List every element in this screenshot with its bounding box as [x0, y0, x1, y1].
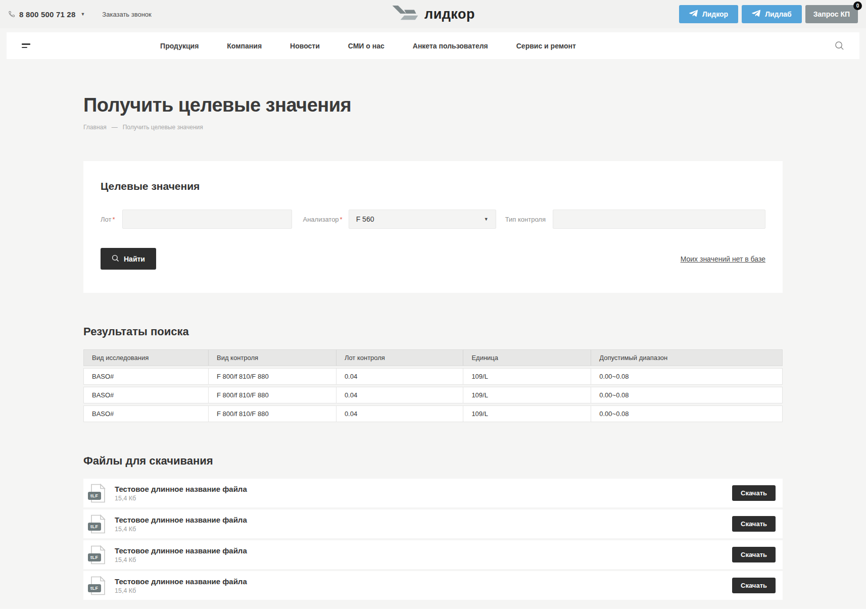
- table-row: BASO# F 800/f 810/F 880 0.04 109/L 0.00~…: [83, 387, 783, 403]
- column-header: Вид контроля: [208, 350, 336, 366]
- table-cell: F 800/f 810/F 880: [208, 369, 336, 384]
- list-item: tLF Тестовое длинное название файла 15,4…: [83, 540, 783, 569]
- footer-strip: [0, 609, 866, 616]
- table-cell: 0.04: [336, 387, 463, 403]
- telegram-lidkor-label: Лидкор: [702, 10, 728, 18]
- file-type-badge: tLF: [88, 553, 101, 561]
- phone-dropdown-caret[interactable]: ▼: [80, 12, 85, 17]
- telegram-lidkor-button[interactable]: Лидкор: [679, 5, 738, 23]
- file-icon: tLF: [90, 484, 106, 503]
- find-button-label: Найти: [124, 255, 145, 263]
- file-name: Тестовое длинное название файла: [115, 577, 247, 586]
- main-content: Получить целевые значения Главная — Полу…: [83, 94, 783, 600]
- page-title: Получить целевые значения: [83, 94, 783, 116]
- menu-burger-icon[interactable]: [22, 43, 31, 48]
- file-type-badge: tLF: [88, 584, 101, 592]
- kp-count-badge: 0: [853, 2, 862, 10]
- file-size: 15,4 Кб: [115, 556, 247, 563]
- phone-group: 8 800 500 71 28 ▼ Заказать звонок: [8, 10, 152, 19]
- file-name: Тестовое длинное название файла: [115, 546, 247, 555]
- list-item: tLF Тестовое длинное название файла 15,4…: [83, 571, 783, 600]
- nav-item-media[interactable]: СМИ о нас: [348, 42, 384, 50]
- nav-item-news[interactable]: Новости: [290, 42, 320, 50]
- file-meta: Тестовое длинное название файла 15,4 Кб: [115, 546, 247, 563]
- table-cell: F 800/f 810/F 880: [208, 387, 336, 403]
- file-type-badge: tLF: [88, 523, 101, 531]
- target-values-card: Целевые значения Лот* Анализатор* F 560 …: [83, 161, 783, 293]
- file-size: 15,4 Кб: [115, 587, 247, 594]
- nav-item-company[interactable]: Компания: [227, 42, 262, 50]
- table-cell: 0.04: [336, 406, 463, 422]
- request-kp-label: Запрос КП: [813, 10, 850, 18]
- file-size: 15,4 Кб: [115, 495, 247, 502]
- results-heading: Результаты поиска: [83, 325, 783, 338]
- phone-number[interactable]: 8 800 500 71 28: [19, 10, 75, 19]
- download-button[interactable]: Скачать: [732, 516, 776, 532]
- lot-input[interactable]: [122, 210, 292, 229]
- required-asterisk: *: [340, 216, 343, 223]
- table-cell: 0.00~0.08: [591, 406, 782, 422]
- download-button[interactable]: Скачать: [732, 485, 776, 501]
- search-icon[interactable]: [835, 41, 844, 50]
- nav-item-user-survey[interactable]: Анкета пользователя: [413, 42, 488, 50]
- column-header: Допустимый диапазон: [591, 350, 782, 366]
- column-header: Единица: [463, 350, 591, 366]
- file-meta: Тестовое длинное название файла 15,4 Кб: [115, 516, 247, 533]
- nav-items: Продукция Компания Новости СМИ о нас Анк…: [160, 42, 576, 50]
- breadcrumb: Главная — Получить целевые значения: [83, 124, 783, 131]
- file-name: Тестовое длинное название файла: [115, 485, 247, 493]
- request-kp-button[interactable]: Запрос КП 0: [805, 5, 858, 23]
- order-call-link[interactable]: Заказать звонок: [102, 11, 151, 18]
- table-cell: BASO#: [84, 369, 208, 384]
- main-navbar: Продукция Компания Новости СМИ о нас Анк…: [7, 32, 859, 59]
- download-button[interactable]: Скачать: [732, 547, 776, 562]
- required-asterisk: *: [112, 216, 115, 223]
- search-form-row: Лот* Анализатор* F 560 ▼ Тип контроля: [101, 210, 765, 229]
- nav-item-products[interactable]: Продукция: [160, 42, 199, 50]
- list-item: tLF Тестовое длинное название файла 15,4…: [83, 479, 783, 507]
- file-size: 15,4 Кб: [115, 526, 247, 533]
- file-icon: tLF: [90, 545, 106, 564]
- find-button[interactable]: Найти: [101, 248, 156, 270]
- chevron-down-icon: ▼: [484, 217, 489, 222]
- download-button[interactable]: Скачать: [732, 578, 776, 593]
- topbar: 8 800 500 71 28 ▼ Заказать звонок лидкор…: [0, 0, 866, 28]
- breadcrumb-home[interactable]: Главная: [83, 124, 107, 131]
- analyzer-label: Анализатор*: [303, 216, 343, 223]
- telegram-icon: [689, 10, 698, 19]
- card-heading: Целевые значения: [101, 180, 765, 192]
- table-cell: 0.04: [336, 369, 463, 384]
- table-cell: BASO#: [84, 387, 208, 403]
- results-table: Вид исследования Вид контроля Лот контро…: [83, 349, 783, 422]
- analyzer-selected-value: F 560: [356, 215, 374, 223]
- file-type-badge: tLF: [88, 492, 101, 500]
- nav-item-service[interactable]: Сервис и ремонт: [516, 42, 576, 50]
- breadcrumb-current: Получить целевые значения: [123, 124, 203, 131]
- telegram-icon: [752, 10, 760, 19]
- table-row: BASO# F 800/f 810/F 880 0.04 109/L 0.00~…: [83, 368, 783, 385]
- logo[interactable]: лидкор: [391, 5, 475, 23]
- file-meta: Тестовое длинное название файла 15,4 Кб: [115, 577, 247, 594]
- search-icon: [112, 254, 119, 264]
- lot-label: Лот*: [101, 216, 115, 223]
- file-icon: tLF: [90, 576, 106, 595]
- control-type-input[interactable]: [553, 210, 765, 229]
- table-header-row: Вид исследования Вид контроля Лот контро…: [83, 349, 783, 366]
- logo-text: лидкор: [424, 7, 475, 22]
- column-header: Лот контроля: [336, 350, 463, 366]
- telegram-lidlab-button[interactable]: Лидлаб: [742, 5, 802, 23]
- table-cell: F 800/f 810/F 880: [208, 406, 336, 422]
- telegram-lidlab-label: Лидлаб: [765, 10, 792, 18]
- table-cell: 109/L: [463, 369, 591, 384]
- list-item: tLF Тестовое длинное название файла 15,4…: [83, 509, 783, 538]
- table-cell: 0.00~0.08: [591, 369, 782, 384]
- form-actions: Найти Моих значений нет в базе: [101, 248, 765, 270]
- files-list: tLF Тестовое длинное название файла 15,4…: [83, 479, 783, 600]
- analyzer-select[interactable]: F 560 ▼: [349, 210, 496, 229]
- logo-icon: [391, 5, 419, 23]
- no-values-link[interactable]: Моих значений нет в базе: [681, 255, 765, 263]
- table-cell: 0.00~0.08: [591, 387, 782, 403]
- table-cell: 109/L: [463, 406, 591, 422]
- table-cell: BASO#: [84, 406, 208, 422]
- topbar-buttons: Лидкор Лидлаб Запрос КП 0: [679, 5, 858, 23]
